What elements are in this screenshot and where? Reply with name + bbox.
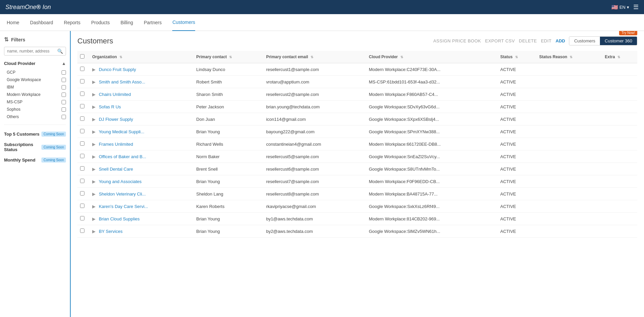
tab-customers-button[interactable]: Customers [569,37,600,45]
nav-billing[interactable]: Billing [120,14,133,31]
hamburger-menu-icon[interactable]: ☰ [633,3,639,11]
row-checkbox[interactable] [80,67,84,71]
expand-row-icon[interactable]: ▶ [92,167,96,172]
row-checkbox-cell[interactable] [77,188,90,200]
row-checkbox-cell[interactable] [77,126,90,138]
expand-row-icon[interactable]: ▶ [92,179,96,184]
filter-others-checkbox[interactable] [62,115,66,119]
org-name[interactable]: Sheldon Veterinary Cli... [99,191,146,197]
nav-customers[interactable]: Customers [172,14,195,31]
collapse-icon[interactable]: ▲ [62,61,66,66]
filter-sophos-checkbox[interactable] [62,107,66,112]
filter-others[interactable]: Others [4,113,66,120]
org-name[interactable]: Smith and Smith Asso... [99,79,145,84]
org-name[interactable]: Offices of Baker and B... [99,154,146,159]
filter-gcp[interactable]: GCP [4,69,66,76]
row-checkbox[interactable] [80,228,84,233]
row-checkbox-cell[interactable] [77,150,90,163]
row-checkbox[interactable] [80,129,84,133]
assign-price-book-button[interactable]: ASSIGN PRICE BOOK [433,38,481,43]
org-name[interactable]: Young Medical Suppli... [99,129,144,134]
org-name[interactable]: Sofas R Us [99,104,121,109]
org-sort-icon[interactable]: ⇅ [119,55,122,59]
row-checkbox[interactable] [80,204,84,208]
search-box[interactable]: 🔍 [4,47,66,56]
row-checkbox-cell[interactable] [77,113,90,126]
nav-reports[interactable]: Reports [64,14,80,31]
expand-row-icon[interactable]: ▶ [92,142,96,147]
col-extra[interactable]: Extra ⇅ [602,51,637,63]
contact-sort-icon[interactable]: ⇅ [229,55,232,59]
filter-modern-workplace[interactable]: Modern Workplace [4,91,66,98]
filter-google-workspace-checkbox[interactable] [62,78,66,82]
row-checkbox-cell[interactable] [77,138,90,150]
row-checkbox[interactable] [80,154,84,158]
search-input[interactable] [7,49,57,54]
expand-row-icon[interactable]: ▶ [92,216,96,221]
org-name[interactable]: Brian Cloud Supplies [99,216,140,221]
col-primary-contact[interactable]: Primary contact ⇅ [193,51,263,63]
row-checkbox-cell[interactable] [77,76,90,88]
filter-modern-workplace-checkbox[interactable] [62,93,66,97]
col-cloud-provider[interactable]: Cloud Provider ⇅ [366,51,498,63]
row-checkbox-cell[interactable] [77,88,90,101]
email-sort-icon[interactable]: ⇅ [311,55,313,59]
org-name[interactable]: Dunco Fruit Supply [99,67,136,72]
expand-row-icon[interactable]: ▶ [92,104,96,109]
row-checkbox[interactable] [80,216,84,220]
row-checkbox-cell[interactable] [77,200,90,213]
filter-ibm[interactable]: IBM [4,83,66,91]
row-checkbox-cell[interactable] [77,163,90,175]
extra-sort-icon[interactable]: ⇅ [617,55,620,59]
filter-ms-csp-checkbox[interactable] [62,100,66,104]
filter-gcp-checkbox[interactable] [62,70,66,75]
nav-home[interactable]: Home [7,14,19,31]
expand-row-icon[interactable]: ▶ [92,79,96,84]
col-primary-contact-email[interactable]: Primary contact email ⇅ [263,51,366,63]
language-selector[interactable]: 🇺🇸 EN ▾ [611,4,629,10]
nav-products[interactable]: Products [91,14,110,31]
filter-ms-csp[interactable]: MS-CSP [4,98,66,106]
org-name[interactable]: Frames Unlimited [99,142,133,147]
expand-row-icon[interactable]: ▶ [92,117,96,122]
filter-ibm-checkbox[interactable] [62,85,66,90]
delete-button[interactable]: DELETE [519,38,537,43]
org-name[interactable]: Karen's Day Care Servi... [99,204,148,209]
row-checkbox[interactable] [80,141,84,146]
org-name[interactable]: DJ Flower Supply [99,117,133,122]
nav-partners[interactable]: Partners [144,14,162,31]
cloud-sort-icon[interactable]: ⇅ [400,55,403,59]
status-sort-icon[interactable]: ⇅ [515,55,518,59]
row-checkbox[interactable] [80,104,84,108]
row-checkbox-cell[interactable] [77,63,90,76]
org-name[interactable]: Young and Associates [99,179,141,184]
row-checkbox-cell[interactable] [77,175,90,188]
row-checkbox-cell[interactable] [77,213,90,225]
nav-dashboard[interactable]: Dashboard [30,14,53,31]
status-reason-sort-icon[interactable]: ⇅ [570,55,572,59]
export-csv-button[interactable]: EXPORT CSV [485,38,515,43]
expand-row-icon[interactable]: ▶ [92,229,96,234]
row-checkbox[interactable] [80,166,84,171]
edit-button[interactable]: EDIT [541,38,552,43]
expand-row-icon[interactable]: ▶ [92,154,96,159]
filter-sophos[interactable]: Sophos [4,106,66,113]
org-name[interactable]: BY Services [99,229,123,234]
expand-row-icon[interactable]: ▶ [92,204,96,209]
expand-row-icon[interactable]: ▶ [92,191,96,197]
org-name[interactable]: Chairs Unlimited [99,92,131,97]
select-all-checkbox[interactable] [80,54,84,59]
row-checkbox[interactable] [80,116,84,121]
row-checkbox[interactable] [80,79,84,83]
expand-row-icon[interactable]: ▶ [92,92,96,97]
col-status-reason[interactable]: Status Reason ⇅ [537,51,602,63]
col-status[interactable]: Status ⇅ [498,51,537,63]
row-checkbox-cell[interactable] [77,101,90,113]
row-checkbox[interactable] [80,92,84,96]
add-button[interactable]: ADD [556,38,565,43]
org-name[interactable]: Snell Dental Care [99,167,133,172]
row-checkbox[interactable] [80,179,84,183]
row-checkbox[interactable] [80,191,84,196]
expand-row-icon[interactable]: ▶ [92,129,96,134]
col-organization[interactable]: Organization ⇅ [90,51,193,63]
